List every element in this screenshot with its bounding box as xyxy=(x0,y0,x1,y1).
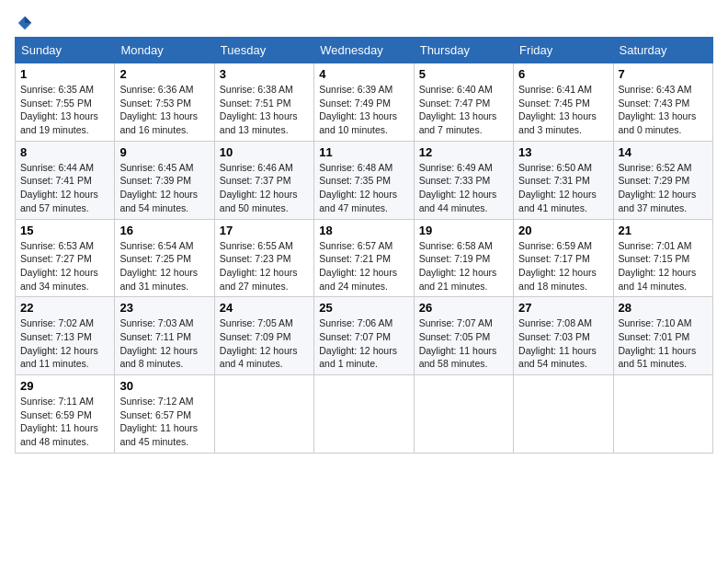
calendar-cell xyxy=(314,375,414,454)
calendar-cell: 5 Sunrise: 6:40 AMSunset: 7:47 PMDayligh… xyxy=(414,63,513,142)
day-number: 1 xyxy=(20,67,109,81)
day-detail: Sunrise: 6:45 AMSunset: 7:39 PMDaylight:… xyxy=(119,162,198,213)
day-number: 21 xyxy=(619,224,708,237)
day-detail: Sunrise: 6:53 AMSunset: 7:27 PMDaylight:… xyxy=(20,240,98,292)
weekday-header-saturday: Saturday xyxy=(613,38,712,63)
calendar-table: SundayMondayTuesdayWednesdayThursdayFrid… xyxy=(15,37,713,454)
day-number: 24 xyxy=(220,301,309,315)
calendar-cell: 2 Sunrise: 6:36 AMSunset: 7:53 PMDayligh… xyxy=(115,63,214,142)
day-number: 15 xyxy=(20,224,109,237)
day-number: 20 xyxy=(518,224,608,237)
weekday-header-row: SundayMondayTuesdayWednesdayThursdayFrid… xyxy=(16,38,713,63)
calendar-cell xyxy=(414,375,513,454)
calendar-cell: 17 Sunrise: 6:55 AMSunset: 7:23 PMDaylig… xyxy=(214,219,313,297)
day-number: 14 xyxy=(619,145,708,159)
calendar-cell: 15 Sunrise: 6:53 AMSunset: 7:27 PMDaylig… xyxy=(16,219,115,297)
weekday-header-sunday: Sunday xyxy=(16,38,115,63)
calendar-cell: 9 Sunrise: 6:45 AMSunset: 7:39 PMDayligh… xyxy=(115,141,214,219)
calendar-cell: 12 Sunrise: 6:49 AMSunset: 7:33 PMDaylig… xyxy=(414,141,513,219)
day-number: 25 xyxy=(319,301,408,315)
day-detail: Sunrise: 6:38 AMSunset: 7:51 PMDaylight:… xyxy=(220,84,298,135)
calendar-cell: 23 Sunrise: 7:03 AMSunset: 7:11 PMDaylig… xyxy=(115,297,214,375)
day-detail: Sunrise: 6:36 AMSunset: 7:53 PMDaylight:… xyxy=(119,84,198,135)
weekday-header-thursday: Thursday xyxy=(414,38,513,63)
day-detail: Sunrise: 7:02 AMSunset: 7:13 PMDaylight:… xyxy=(20,317,98,369)
day-number: 23 xyxy=(119,301,209,315)
day-detail: Sunrise: 6:40 AMSunset: 7:47 PMDaylight:… xyxy=(419,84,497,135)
calendar-cell: 6 Sunrise: 6:41 AMSunset: 7:45 PMDayligh… xyxy=(514,63,613,142)
svg-marker-1 xyxy=(25,17,31,23)
day-detail: Sunrise: 6:48 AMSunset: 7:35 PMDaylight:… xyxy=(319,162,397,213)
calendar-cell: 28 Sunrise: 7:10 AMSunset: 7:01 PMDaylig… xyxy=(613,297,712,375)
day-detail: Sunrise: 6:44 AMSunset: 7:41 PMDaylight:… xyxy=(20,162,98,213)
day-detail: Sunrise: 6:54 AMSunset: 7:25 PMDaylight:… xyxy=(119,240,198,292)
day-detail: Sunrise: 6:57 AMSunset: 7:21 PMDaylight:… xyxy=(319,240,397,292)
calendar-cell: 20 Sunrise: 6:59 AMSunset: 7:17 PMDaylig… xyxy=(514,219,613,297)
day-number: 3 xyxy=(220,67,309,81)
calendar-cell: 19 Sunrise: 6:58 AMSunset: 7:19 PMDaylig… xyxy=(414,219,513,297)
day-number: 30 xyxy=(119,379,209,393)
day-detail: Sunrise: 7:08 AMSunset: 7:03 PMDaylight:… xyxy=(518,317,597,369)
day-number: 8 xyxy=(20,145,109,159)
day-detail: Sunrise: 6:52 AMSunset: 7:29 PMDaylight:… xyxy=(619,162,697,213)
calendar-cell: 4 Sunrise: 6:39 AMSunset: 7:49 PMDayligh… xyxy=(314,63,414,142)
day-number: 29 xyxy=(20,379,109,393)
calendar-cell: 22 Sunrise: 7:02 AMSunset: 7:13 PMDaylig… xyxy=(16,297,115,375)
calendar-cell xyxy=(514,375,613,454)
calendar-cell: 16 Sunrise: 6:54 AMSunset: 7:25 PMDaylig… xyxy=(115,219,214,297)
calendar-cell: 10 Sunrise: 6:46 AMSunset: 7:37 PMDaylig… xyxy=(214,141,313,219)
day-number: 11 xyxy=(319,145,408,159)
day-detail: Sunrise: 7:05 AMSunset: 7:09 PMDaylight:… xyxy=(220,317,298,369)
calendar-cell: 21 Sunrise: 7:01 AMSunset: 7:15 PMDaylig… xyxy=(613,219,712,297)
day-number: 10 xyxy=(220,145,309,159)
calendar-cell: 27 Sunrise: 7:08 AMSunset: 7:03 PMDaylig… xyxy=(514,297,613,375)
calendar-cell: 13 Sunrise: 6:50 AMSunset: 7:31 PMDaylig… xyxy=(514,141,613,219)
calendar-cell: 24 Sunrise: 7:05 AMSunset: 7:09 PMDaylig… xyxy=(214,297,313,375)
calendar-cell: 14 Sunrise: 6:52 AMSunset: 7:29 PMDaylig… xyxy=(613,141,712,219)
day-detail: Sunrise: 7:10 AMSunset: 7:01 PMDaylight:… xyxy=(619,317,697,369)
calendar-week-row: 22 Sunrise: 7:02 AMSunset: 7:13 PMDaylig… xyxy=(16,297,713,375)
day-detail: Sunrise: 6:39 AMSunset: 7:49 PMDaylight:… xyxy=(319,84,397,135)
calendar-cell: 1 Sunrise: 6:35 AMSunset: 7:55 PMDayligh… xyxy=(16,63,115,142)
day-number: 18 xyxy=(319,224,408,237)
day-number: 27 xyxy=(518,301,608,315)
day-detail: Sunrise: 7:03 AMSunset: 7:11 PMDaylight:… xyxy=(119,317,198,369)
weekday-header-monday: Monday xyxy=(115,38,214,63)
day-number: 2 xyxy=(119,67,209,81)
day-detail: Sunrise: 6:46 AMSunset: 7:37 PMDaylight:… xyxy=(220,162,298,213)
logo-icon xyxy=(17,15,33,31)
day-detail: Sunrise: 6:50 AMSunset: 7:31 PMDaylight:… xyxy=(518,162,597,213)
weekday-header-tuesday: Tuesday xyxy=(214,38,313,63)
calendar-cell: 11 Sunrise: 6:48 AMSunset: 7:35 PMDaylig… xyxy=(314,141,414,219)
day-detail: Sunrise: 7:11 AMSunset: 6:59 PMDaylight:… xyxy=(20,396,98,447)
calendar-cell: 8 Sunrise: 6:44 AMSunset: 7:41 PMDayligh… xyxy=(16,141,115,219)
calendar-cell: 3 Sunrise: 6:38 AMSunset: 7:51 PMDayligh… xyxy=(214,63,313,142)
calendar-cell: 18 Sunrise: 6:57 AMSunset: 7:21 PMDaylig… xyxy=(314,219,414,297)
day-number: 12 xyxy=(419,145,508,159)
calendar-cell: 7 Sunrise: 6:43 AMSunset: 7:43 PMDayligh… xyxy=(613,63,712,142)
day-number: 26 xyxy=(419,301,508,315)
calendar-cell: 29 Sunrise: 7:11 AMSunset: 6:59 PMDaylig… xyxy=(16,375,115,454)
calendar-week-row: 1 Sunrise: 6:35 AMSunset: 7:55 PMDayligh… xyxy=(16,63,713,142)
day-detail: Sunrise: 6:49 AMSunset: 7:33 PMDaylight:… xyxy=(419,162,497,213)
day-number: 28 xyxy=(619,301,708,315)
day-detail: Sunrise: 6:59 AMSunset: 7:17 PMDaylight:… xyxy=(518,240,597,292)
logo xyxy=(15,15,33,29)
calendar-cell xyxy=(613,375,712,454)
day-number: 13 xyxy=(518,145,608,159)
calendar-cell: 26 Sunrise: 7:07 AMSunset: 7:05 PMDaylig… xyxy=(414,297,513,375)
day-detail: Sunrise: 7:07 AMSunset: 7:05 PMDaylight:… xyxy=(419,317,497,369)
day-number: 4 xyxy=(319,67,408,81)
calendar-cell: 25 Sunrise: 7:06 AMSunset: 7:07 PMDaylig… xyxy=(314,297,414,375)
calendar-week-row: 29 Sunrise: 7:11 AMSunset: 6:59 PMDaylig… xyxy=(16,375,713,454)
day-detail: Sunrise: 6:43 AMSunset: 7:43 PMDaylight:… xyxy=(619,84,697,135)
day-detail: Sunrise: 7:06 AMSunset: 7:07 PMDaylight:… xyxy=(319,317,397,369)
calendar-cell xyxy=(214,375,313,454)
day-detail: Sunrise: 6:35 AMSunset: 7:55 PMDaylight:… xyxy=(20,84,98,135)
day-number: 7 xyxy=(619,67,708,81)
day-number: 19 xyxy=(419,224,508,237)
day-number: 5 xyxy=(419,67,508,81)
weekday-header-wednesday: Wednesday xyxy=(314,38,414,63)
header xyxy=(15,15,713,29)
day-detail: Sunrise: 6:55 AMSunset: 7:23 PMDaylight:… xyxy=(220,240,298,292)
